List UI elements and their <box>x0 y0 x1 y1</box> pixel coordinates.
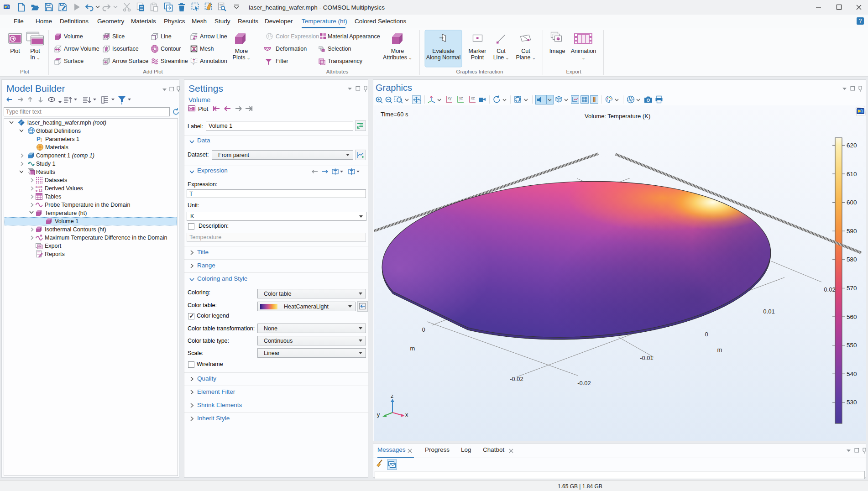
svg-text:P: P <box>37 136 41 142</box>
svg-text:540: 540 <box>847 371 857 377</box>
svg-text:620: 620 <box>847 142 857 149</box>
svg-text:laser_heating_wafer.mph - COMS: laser_heating_wafer.mph - COMSOL Multiph… <box>249 4 385 11</box>
svg-text:y: y <box>377 412 380 418</box>
svg-text:-0.02: -0.02 <box>510 376 523 382</box>
svg-text:m: m <box>717 346 722 353</box>
svg-text:x: x <box>405 412 408 418</box>
svg-text:580: 580 <box>847 256 857 263</box>
svg-text:-0.01: -0.01 <box>640 355 654 361</box>
svg-text:570: 570 <box>847 285 857 292</box>
svg-text:m: m <box>410 345 415 352</box>
svg-text:0: 0 <box>705 331 708 338</box>
svg-text:550: 550 <box>847 342 857 349</box>
svg-text:560: 560 <box>847 313 857 320</box>
svg-text:z: z <box>391 393 393 399</box>
svg-text:610: 610 <box>847 171 857 178</box>
svg-text:xy: xy <box>448 96 452 100</box>
svg-text:e-12: e-12 <box>36 188 42 193</box>
svg-text:0.02: 0.02 <box>824 286 835 293</box>
svg-text:530: 530 <box>847 399 857 406</box>
svg-text:-0.02: -0.02 <box>577 380 591 387</box>
svg-text:0: 0 <box>422 326 425 333</box>
svg-text:0.01: 0.01 <box>763 308 774 315</box>
svg-text:T: T <box>193 58 195 63</box>
svg-text:yz: yz <box>459 96 463 100</box>
svg-text:Plot: Plot <box>198 105 209 112</box>
svg-text:600: 600 <box>847 199 857 206</box>
svg-text:i: i <box>41 138 42 143</box>
svg-text:xz: xz <box>471 96 475 100</box>
svg-text:590: 590 <box>847 228 857 235</box>
